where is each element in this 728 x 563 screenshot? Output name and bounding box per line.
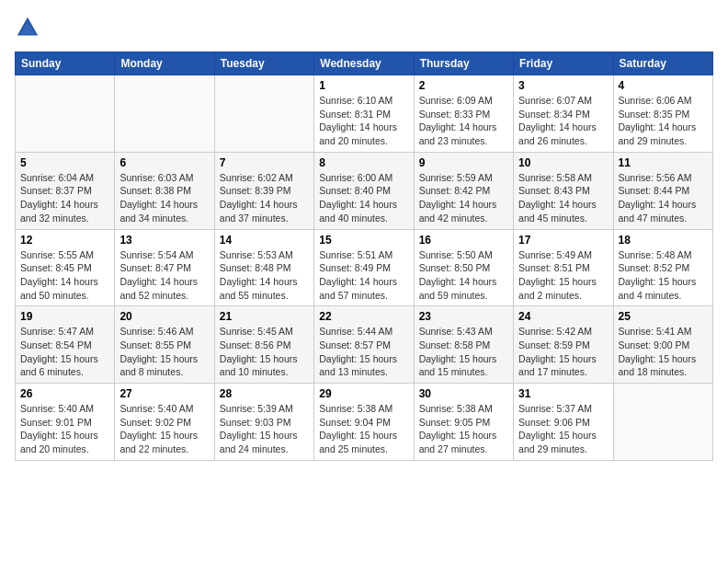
calendar-cell: 11Sunrise: 5:56 AM Sunset: 8:44 PM Dayli… bbox=[613, 152, 712, 229]
day-info: Sunrise: 5:38 AM Sunset: 9:04 PM Dayligh… bbox=[319, 402, 408, 456]
day-number: 25 bbox=[619, 310, 708, 323]
day-number: 21 bbox=[220, 310, 309, 323]
day-number: 26 bbox=[20, 387, 109, 400]
weekday-header-row: SundayMondayTuesdayWednesdayThursdayFrid… bbox=[16, 52, 713, 75]
weekday-header-saturday: Saturday bbox=[613, 52, 712, 75]
logo bbox=[15, 15, 44, 40]
calendar-cell: 18Sunrise: 5:48 AM Sunset: 8:52 PM Dayli… bbox=[613, 229, 712, 306]
day-info: Sunrise: 6:07 AM Sunset: 8:34 PM Dayligh… bbox=[518, 94, 608, 148]
day-info: Sunrise: 5:38 AM Sunset: 9:05 PM Dayligh… bbox=[419, 402, 508, 456]
day-number: 13 bbox=[119, 234, 209, 247]
day-number: 22 bbox=[319, 310, 408, 323]
calendar-cell bbox=[16, 75, 115, 153]
day-number: 18 bbox=[619, 234, 708, 247]
calendar-cell: 28Sunrise: 5:39 AM Sunset: 9:03 PM Dayli… bbox=[214, 384, 313, 461]
day-number: 19 bbox=[20, 310, 109, 323]
logo-icon bbox=[15, 15, 40, 40]
calendar-table: SundayMondayTuesdayWednesdayThursdayFrid… bbox=[15, 52, 713, 461]
day-number: 1 bbox=[319, 79, 408, 92]
calendar-cell: 1Sunrise: 6:10 AM Sunset: 8:31 PM Daylig… bbox=[314, 75, 414, 153]
calendar-cell: 6Sunrise: 6:03 AM Sunset: 8:38 PM Daylig… bbox=[115, 152, 214, 229]
day-number: 2 bbox=[419, 79, 508, 92]
calendar-cell: 19Sunrise: 5:47 AM Sunset: 8:54 PM Dayli… bbox=[16, 306, 115, 384]
weekday-header-monday: Monday bbox=[115, 52, 214, 75]
day-number: 14 bbox=[220, 234, 309, 247]
calendar-cell: 16Sunrise: 5:50 AM Sunset: 8:50 PM Dayli… bbox=[414, 229, 513, 306]
day-number: 11 bbox=[619, 156, 708, 169]
day-info: Sunrise: 5:51 AM Sunset: 8:49 PM Dayligh… bbox=[319, 248, 408, 303]
day-info: Sunrise: 6:09 AM Sunset: 8:33 PM Dayligh… bbox=[419, 94, 508, 148]
day-info: Sunrise: 5:53 AM Sunset: 8:48 PM Dayligh… bbox=[220, 248, 309, 303]
week-row-4: 19Sunrise: 5:47 AM Sunset: 8:54 PM Dayli… bbox=[16, 306, 713, 384]
weekday-header-tuesday: Tuesday bbox=[214, 52, 313, 75]
day-info: Sunrise: 5:59 AM Sunset: 8:42 PM Dayligh… bbox=[419, 171, 508, 225]
day-number: 24 bbox=[518, 310, 608, 323]
calendar-cell: 15Sunrise: 5:51 AM Sunset: 8:49 PM Dayli… bbox=[314, 229, 414, 306]
day-info: Sunrise: 5:56 AM Sunset: 8:44 PM Dayligh… bbox=[619, 171, 708, 225]
day-number: 8 bbox=[319, 156, 408, 169]
day-number: 5 bbox=[20, 156, 109, 169]
day-info: Sunrise: 5:47 AM Sunset: 8:54 PM Dayligh… bbox=[20, 325, 109, 379]
day-number: 12 bbox=[20, 234, 109, 247]
day-info: Sunrise: 5:41 AM Sunset: 9:00 PM Dayligh… bbox=[619, 325, 708, 379]
day-number: 4 bbox=[619, 79, 708, 92]
day-info: Sunrise: 5:37 AM Sunset: 9:06 PM Dayligh… bbox=[518, 402, 608, 456]
day-number: 6 bbox=[119, 156, 209, 169]
day-info: Sunrise: 6:02 AM Sunset: 8:39 PM Dayligh… bbox=[220, 171, 309, 225]
day-number: 3 bbox=[518, 79, 608, 92]
calendar-cell bbox=[214, 75, 313, 153]
calendar-cell bbox=[115, 75, 214, 153]
day-info: Sunrise: 6:03 AM Sunset: 8:38 PM Dayligh… bbox=[119, 171, 209, 225]
day-info: Sunrise: 5:58 AM Sunset: 8:43 PM Dayligh… bbox=[518, 171, 608, 225]
day-number: 17 bbox=[518, 234, 608, 247]
calendar-cell bbox=[613, 384, 712, 461]
calendar-cell: 10Sunrise: 5:58 AM Sunset: 8:43 PM Dayli… bbox=[514, 152, 613, 229]
calendar-cell: 29Sunrise: 5:38 AM Sunset: 9:04 PM Dayli… bbox=[314, 384, 414, 461]
calendar-cell: 25Sunrise: 5:41 AM Sunset: 9:00 PM Dayli… bbox=[613, 306, 712, 384]
day-number: 27 bbox=[119, 387, 209, 400]
calendar-cell: 21Sunrise: 5:45 AM Sunset: 8:56 PM Dayli… bbox=[214, 306, 313, 384]
day-info: Sunrise: 5:54 AM Sunset: 8:47 PM Dayligh… bbox=[119, 248, 209, 303]
calendar-cell: 12Sunrise: 5:55 AM Sunset: 8:45 PM Dayli… bbox=[16, 229, 115, 306]
week-row-5: 26Sunrise: 5:40 AM Sunset: 9:01 PM Dayli… bbox=[16, 384, 713, 461]
day-number: 31 bbox=[518, 387, 608, 400]
day-info: Sunrise: 5:48 AM Sunset: 8:52 PM Dayligh… bbox=[619, 248, 708, 303]
calendar-cell: 22Sunrise: 5:44 AM Sunset: 8:57 PM Dayli… bbox=[314, 306, 414, 384]
day-info: Sunrise: 6:06 AM Sunset: 8:35 PM Dayligh… bbox=[619, 94, 708, 148]
day-number: 28 bbox=[220, 387, 309, 400]
calendar-cell: 14Sunrise: 5:53 AM Sunset: 8:48 PM Dayli… bbox=[214, 229, 313, 306]
week-row-2: 5Sunrise: 6:04 AM Sunset: 8:37 PM Daylig… bbox=[16, 152, 713, 229]
day-info: Sunrise: 5:42 AM Sunset: 8:59 PM Dayligh… bbox=[518, 325, 608, 379]
calendar-cell: 30Sunrise: 5:38 AM Sunset: 9:05 PM Dayli… bbox=[414, 384, 513, 461]
calendar-cell: 31Sunrise: 5:37 AM Sunset: 9:06 PM Dayli… bbox=[514, 384, 613, 461]
week-row-1: 1Sunrise: 6:10 AM Sunset: 8:31 PM Daylig… bbox=[16, 75, 713, 153]
week-row-3: 12Sunrise: 5:55 AM Sunset: 8:45 PM Dayli… bbox=[16, 229, 713, 306]
day-info: Sunrise: 5:43 AM Sunset: 8:58 PM Dayligh… bbox=[419, 325, 508, 379]
day-number: 23 bbox=[419, 310, 508, 323]
day-info: Sunrise: 5:44 AM Sunset: 8:57 PM Dayligh… bbox=[319, 325, 408, 379]
calendar-cell: 2Sunrise: 6:09 AM Sunset: 8:33 PM Daylig… bbox=[414, 75, 513, 153]
calendar-cell: 4Sunrise: 6:06 AM Sunset: 8:35 PM Daylig… bbox=[613, 75, 712, 153]
calendar-cell: 24Sunrise: 5:42 AM Sunset: 8:59 PM Dayli… bbox=[514, 306, 613, 384]
day-number: 7 bbox=[220, 156, 309, 169]
weekday-header-wednesday: Wednesday bbox=[314, 52, 414, 75]
day-info: Sunrise: 5:39 AM Sunset: 9:03 PM Dayligh… bbox=[220, 402, 309, 456]
day-info: Sunrise: 6:04 AM Sunset: 8:37 PM Dayligh… bbox=[20, 171, 109, 225]
calendar-cell: 8Sunrise: 6:00 AM Sunset: 8:40 PM Daylig… bbox=[314, 152, 414, 229]
calendar-cell: 27Sunrise: 5:40 AM Sunset: 9:02 PM Dayli… bbox=[115, 384, 214, 461]
weekday-header-sunday: Sunday bbox=[16, 52, 115, 75]
day-info: Sunrise: 5:49 AM Sunset: 8:51 PM Dayligh… bbox=[518, 248, 608, 303]
day-number: 9 bbox=[419, 156, 508, 169]
day-number: 16 bbox=[419, 234, 508, 247]
day-number: 30 bbox=[419, 387, 508, 400]
calendar-cell: 9Sunrise: 5:59 AM Sunset: 8:42 PM Daylig… bbox=[414, 152, 513, 229]
calendar-cell: 20Sunrise: 5:46 AM Sunset: 8:55 PM Dayli… bbox=[115, 306, 214, 384]
calendar-cell: 17Sunrise: 5:49 AM Sunset: 8:51 PM Dayli… bbox=[514, 229, 613, 306]
day-number: 29 bbox=[319, 387, 408, 400]
calendar-cell: 5Sunrise: 6:04 AM Sunset: 8:37 PM Daylig… bbox=[16, 152, 115, 229]
calendar-cell: 13Sunrise: 5:54 AM Sunset: 8:47 PM Dayli… bbox=[115, 229, 214, 306]
day-info: Sunrise: 5:40 AM Sunset: 9:01 PM Dayligh… bbox=[20, 402, 109, 456]
calendar-cell: 26Sunrise: 5:40 AM Sunset: 9:01 PM Dayli… bbox=[16, 384, 115, 461]
day-info: Sunrise: 6:10 AM Sunset: 8:31 PM Dayligh… bbox=[319, 94, 408, 148]
weekday-header-friday: Friday bbox=[514, 52, 613, 75]
